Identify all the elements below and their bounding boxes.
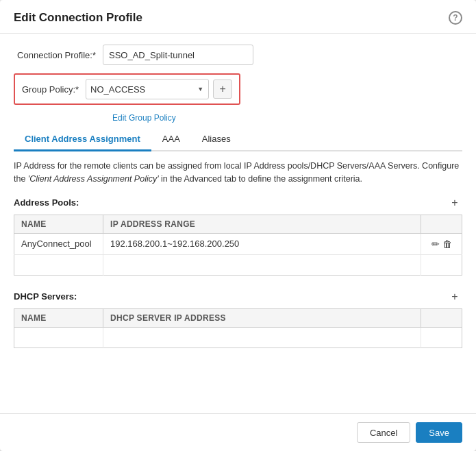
dhcp-servers-header-row: Name DHCP Server IP Address (14, 308, 462, 327)
group-policy-select[interactable]: NO_ACCESS DfltGrpPolicy (86, 79, 209, 99)
table-row: AnyConnect_pool 192.168.200.1~192.168.20… (14, 233, 462, 254)
dhcp-servers-table: Name DHCP Server IP Address (14, 308, 462, 348)
modal-title: Edit Connection Profile (14, 11, 142, 25)
help-icon[interactable]: ? (449, 11, 462, 25)
address-pools-section-header: Address Pools: + (14, 195, 462, 210)
empty-row (14, 254, 462, 275)
save-button[interactable]: Save (416, 422, 462, 443)
group-policy-add-button[interactable]: + (213, 80, 232, 99)
dhcp-col-ip: DHCP Server IP Address (103, 308, 421, 327)
address-pools-col-name: Name (14, 215, 103, 233)
tabs: Client Address Assignment AAA Aliases (14, 128, 462, 151)
tab-aliases[interactable]: Aliases (191, 128, 242, 151)
connection-profile-label: Connection Profile:* (14, 50, 103, 60)
address-pools-col-actions (421, 215, 462, 233)
address-pools-col-ip-range: IP Address Range (103, 215, 421, 233)
modal-footer: Cancel Save (0, 413, 476, 451)
address-pools-add-button[interactable]: + (447, 195, 462, 210)
dhcp-empty-row (14, 327, 462, 348)
dhcp-servers-add-button[interactable]: + (447, 289, 462, 304)
tab-aaa[interactable]: AAA (151, 128, 191, 151)
address-pools-header-row: Name IP Address Range (14, 215, 462, 233)
address-pool-ip-range: 192.168.200.1~192.168.200.250 (103, 233, 421, 254)
dhcp-col-actions (421, 308, 462, 327)
connection-profile-input[interactable] (103, 45, 253, 65)
dhcp-servers-title: DHCP Servers: (14, 291, 77, 302)
address-pools-table: Name IP Address Range AnyConnect_pool 19… (14, 215, 462, 276)
address-pool-name: AnyConnect_pool (14, 233, 103, 254)
dhcp-servers-section-header: DHCP Servers: + (14, 289, 462, 304)
delete-icon[interactable]: 🗑 (442, 239, 452, 249)
edit-group-policy-link[interactable]: Edit Group Policy (112, 113, 462, 123)
modal-edit-connection-profile: Edit Connection Profile ? Connection Pro… (0, 0, 476, 451)
address-pools-title: Address Pools: (14, 197, 79, 208)
edit-icon[interactable]: ✏ (431, 239, 440, 249)
cancel-button[interactable]: Cancel (357, 422, 410, 443)
connection-profile-row: Connection Profile:* (14, 45, 462, 65)
dhcp-col-name: Name (14, 308, 103, 327)
group-policy-wrapper: Group Policy:* NO_ACCESS DfltGrpPolicy + (14, 73, 240, 105)
tab-client-address-assignment[interactable]: Client Address Assignment (14, 128, 151, 151)
modal-header: Edit Connection Profile ? (0, 0, 476, 34)
tab-description: IP Address for the remote clients can be… (14, 160, 462, 186)
description-text-after: in the Advanced tab to define the assign… (159, 174, 362, 184)
address-pool-actions: ✏ 🗑 (421, 233, 462, 254)
group-policy-select-wrap: NO_ACCESS DfltGrpPolicy + (86, 79, 232, 99)
group-policy-label: Group Policy:* (22, 84, 86, 95)
group-policy-row: Group Policy:* NO_ACCESS DfltGrpPolicy + (14, 73, 462, 105)
description-text-italic: 'Client Address Assignment Policy' (28, 174, 159, 184)
group-policy-select-wrapper: NO_ACCESS DfltGrpPolicy (86, 79, 209, 99)
modal-body: Connection Profile:* Group Policy:* NO_A… (0, 34, 476, 413)
address-pool-action-icons: ✏ 🗑 (428, 239, 455, 249)
